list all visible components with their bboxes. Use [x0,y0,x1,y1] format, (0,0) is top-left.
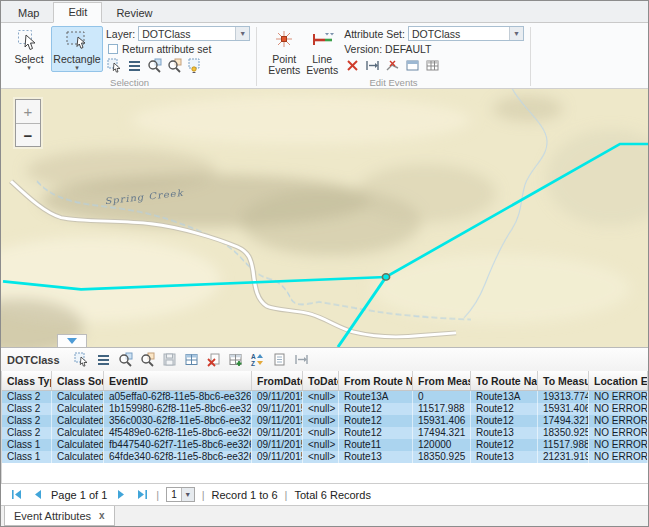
clear-selection-icon[interactable] [186,57,203,73]
layer-dropdown[interactable]: DOTClass ▼ [138,26,250,41]
table-cell[interactable]: NO ERROR [589,451,648,463]
point-events-button[interactable]: Point Events [265,26,303,77]
table-row[interactable]: Class 2Calculated1b159980-62f8-11e5-8bc6… [2,403,648,415]
column-header[interactable]: ToDate [303,371,339,390]
table-cell[interactable]: Route12 [471,403,538,415]
table-cell[interactable]: 120000 [413,439,471,451]
column-header[interactable]: Class Type [2,371,52,390]
table-cell[interactable]: <null> [303,427,339,439]
table-cell[interactable]: 09/11/2015 [252,439,303,451]
table-cell[interactable]: NO ERROR [589,391,648,403]
table-cell[interactable]: <null> [303,451,339,463]
table-cell[interactable]: 09/11/2015 [252,427,303,439]
table-cell[interactable]: NO ERROR [589,403,648,415]
split-events-icon[interactable] [384,57,401,73]
map-view[interactable]: Spring Creek + − [1,89,648,347]
pan-to-selection-icon[interactable] [166,57,183,73]
table-row[interactable]: Class 2Calculated4f5489e0-62f8-11e5-8bc6… [2,427,648,439]
panel-collapse-handle[interactable] [57,334,87,347]
table-cell[interactable]: NO ERROR [589,427,648,439]
select-records-icon[interactable] [72,350,92,369]
table-cell[interactable]: 09/11/2015 [252,451,303,463]
add-record-icon[interactable] [226,350,246,369]
next-page-button[interactable] [114,488,128,502]
layer-dropdown-caret-icon[interactable]: ▼ [235,27,249,40]
select-button[interactable]: Select ▾ [7,26,51,72]
table-row[interactable]: Class 1Calculated64fde340-62f8-11e5-8bc6… [2,451,648,463]
selection-list-icon[interactable] [126,57,143,73]
zoom-to-selection-icon[interactable] [146,57,163,73]
rectangle-dropdown-caret-icon[interactable]: ▾ [75,65,79,71]
delete-record-icon[interactable] [204,350,224,369]
column-header[interactable]: From Measure [413,371,471,390]
table-cell[interactable]: 356c0030-62f8-11e5-8bc6-ee32641d5ec9 [104,415,252,427]
table-cell[interactable]: Route13A [339,391,413,403]
table-cell[interactable]: 18350.925 [413,451,471,463]
rectangle-button[interactable]: Rectangle ▾ [51,26,103,72]
table-cell[interactable]: Calculated [52,427,104,439]
column-header[interactable]: FromDate [252,371,303,390]
table-cell[interactable]: Route13 [471,427,538,439]
open-table-icon[interactable] [182,350,202,369]
table-cell[interactable]: 09/11/2015 [252,403,303,415]
return-attribute-set-checkbox[interactable] [108,44,118,54]
event-measures-icon[interactable] [364,57,381,73]
zoom-to-record-icon[interactable] [116,350,136,369]
table-cell[interactable]: 17494.321 [413,427,471,439]
table-cell[interactable]: 11517.988 [413,403,471,415]
table-cell[interactable]: Class 1 [2,439,52,451]
route-junction-marker[interactable] [382,274,389,280]
table-cell[interactable]: <null> [303,439,339,451]
page-select[interactable]: 1 ▼ [166,487,195,502]
select-dropdown-caret-icon[interactable]: ▾ [27,65,31,71]
options-menu-icon[interactable] [94,350,114,369]
first-page-button[interactable] [9,488,23,502]
table-cell[interactable]: 09/11/2015 [252,415,303,427]
table-row[interactable]: Class 2Calculateda05effa0-62f8-11e5-8bc6… [2,391,648,403]
column-header[interactable]: To Route Name [471,371,538,390]
line-events-button[interactable]: Line Events [303,26,341,77]
events-table-icon[interactable] [424,57,441,73]
column-header[interactable]: To Measure [538,371,589,390]
table-cell[interactable]: Class 1 [2,451,52,463]
table-cell[interactable]: Route12 [339,403,413,415]
table-cell[interactable]: 4f5489e0-62f8-11e5-8bc6-ee32641d5ec9 [104,427,252,439]
table-cell[interactable]: Route11 [339,439,413,451]
table-row[interactable]: Class 2Calculated356c0030-62f8-11e5-8bc6… [2,415,648,427]
table-cell[interactable]: 17494.321 [538,415,589,427]
table-cell[interactable]: 15931.406 [538,403,589,415]
table-cell[interactable]: Calculated [52,451,104,463]
table-cell[interactable]: 0 [413,391,471,403]
table-cell[interactable]: Class 2 [2,427,52,439]
table-cell[interactable]: Route12 [339,415,413,427]
column-header[interactable]: Class Source [52,371,104,390]
save-edits-icon[interactable] [160,350,180,369]
table-cell[interactable]: 18350.925 [538,427,589,439]
zoom-out-button[interactable]: − [16,123,40,146]
table-cell[interactable]: Class 2 [2,415,52,427]
table-cell[interactable]: Class 2 [2,391,52,403]
table-cell[interactable]: Route13A [471,391,538,403]
table-cell[interactable]: fb447540-62f7-11e5-8bc6-ee32641d5ec9 [104,439,252,451]
tab-map[interactable]: Map [4,4,53,23]
table-cell[interactable]: a05effa0-62f8-11e5-8bc6-ee32641d5ec9 [104,391,252,403]
zoom-in-button[interactable]: + [16,100,40,123]
column-header[interactable]: Location Error [589,371,648,390]
table-cell[interactable]: 11517.988 [538,439,589,451]
table-cell[interactable]: NO ERROR [589,415,648,427]
attribute-window-icon[interactable] [404,57,421,73]
attribute-set-dropdown[interactable]: DOTClass ▼ [408,26,524,41]
last-page-button[interactable] [135,488,149,502]
table-cell[interactable]: Class 2 [2,403,52,415]
table-cell[interactable]: 09/11/2015 [252,391,303,403]
table-cell[interactable]: <null> [303,403,339,415]
column-header[interactable]: EventID [104,371,252,390]
table-cell[interactable]: Route13 [339,451,413,463]
tab-review[interactable]: Review [102,4,166,23]
table-cell[interactable]: Calculated [52,439,104,451]
record-measures-icon[interactable] [292,350,312,369]
table-cell[interactable]: Route13 [471,451,538,463]
previous-page-button[interactable] [30,488,44,502]
page-select-caret-icon[interactable]: ▼ [181,488,194,501]
table-row[interactable]: Class 1Calculatedfb447540-62f7-11e5-8bc6… [2,439,648,451]
